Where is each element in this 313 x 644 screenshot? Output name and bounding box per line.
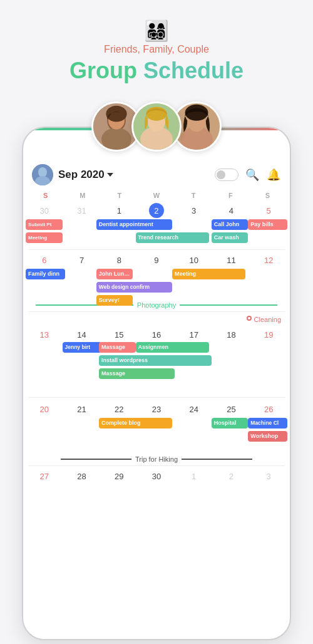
header-title: Group Schedule	[69, 58, 244, 84]
day-number: 28	[74, 469, 90, 484]
day-number: 4	[223, 203, 239, 218]
cleaning-label: Cleaning	[254, 316, 281, 323]
day-number: 27	[37, 469, 52, 484]
day-label-sat: S	[249, 190, 286, 200]
trip-event[interactable]: Trip for Hiking	[23, 452, 290, 464]
event-blog[interactable]: Complete blog	[99, 418, 172, 428]
day-number: 11	[223, 252, 239, 267]
day-number: 30	[37, 203, 52, 218]
day-cell[interactable]: 1	[175, 467, 213, 492]
search-icon[interactable]: 🔍	[245, 167, 260, 182]
group-avatars	[96, 101, 217, 152]
event-submit[interactable]: Submit Pt	[26, 219, 63, 230]
day-number: 29	[111, 469, 126, 484]
chevron-down-icon	[107, 173, 113, 177]
cleaning-event[interactable]: Cleaning	[23, 313, 290, 326]
month-selector[interactable]: Sep 2020	[58, 169, 113, 181]
day-number: 25	[223, 402, 239, 417]
event-john-lunch[interactable]: John Lunch	[96, 269, 133, 279]
event-webdesign[interactable]: Web design confirm	[96, 282, 172, 293]
week-1-events: Submit Pt Dentist appointment Call John …	[23, 219, 290, 246]
day-number: 20	[37, 402, 52, 417]
day-number-today: 2	[149, 203, 164, 218]
day-number: 14	[74, 327, 90, 342]
svg-point-14	[38, 167, 47, 177]
day-number: 13	[37, 327, 52, 342]
calendar: Sep 2020 🔍 🔔 S M T W T F S 30 31 1	[23, 128, 290, 506]
header-emoji: 👨‍👩‍👧‍👦	[69, 19, 244, 43]
week-separator	[28, 249, 285, 250]
week-2: 6 7 8 9 10 11 12 Family dinn John Lunch …	[23, 251, 290, 296]
day-number: 18	[223, 327, 239, 342]
event-car-wash[interactable]: Car wash	[212, 232, 249, 243]
header-subtitle: Friends, Family, Couple	[69, 44, 244, 55]
day-cell[interactable]: 27	[26, 467, 63, 492]
title-group: Group	[69, 58, 137, 83]
user-avatar[interactable]	[32, 164, 53, 185]
event-meeting[interactable]: Meeting	[26, 232, 63, 243]
trip-line-left	[61, 459, 131, 460]
cleaning-dot-icon	[247, 316, 252, 321]
week-4-events: Complete blog Hospital Machine Cl Worksh…	[23, 418, 290, 444]
trip-line-right	[182, 459, 252, 460]
week-separator-4	[28, 465, 285, 466]
toggle-switch[interactable]	[215, 169, 239, 181]
event-family[interactable]: Family dinn	[26, 269, 65, 279]
event-pay-bills[interactable]: Pay bills	[248, 219, 287, 230]
week-2-events: Family dinn John Lunch Meeting Web desig…	[23, 269, 290, 308]
week-3-events: Jenny birt Massage Assignmen Install wor…	[23, 342, 290, 382]
day-number: 12	[261, 252, 276, 267]
avatar-2[interactable]	[131, 101, 182, 152]
event-hospital[interactable]: Hospital	[212, 418, 249, 428]
svg-point-4	[106, 106, 126, 122]
day-number: 17	[187, 327, 202, 342]
day-label-thu: T	[175, 190, 212, 200]
week-separator-3	[28, 397, 285, 398]
day-labels: S M T W T F S	[23, 190, 290, 200]
event-wordpress[interactable]: Install wordpress	[99, 355, 212, 366]
week-5: 27 28 29 30 1 2 3	[23, 467, 290, 492]
day-cell[interactable]: 30	[138, 467, 175, 492]
day-number: 2	[223, 469, 239, 484]
bell-icon[interactable]: 🔔	[266, 167, 281, 182]
week-3: Cleaning 13 14 15 16 17 18 19 Jenny birt…	[23, 313, 290, 371]
day-number: 1	[187, 469, 202, 484]
day-number: 10	[187, 252, 202, 267]
day-cell[interactable]: 28	[63, 467, 101, 492]
event-dentist[interactable]: Dentist appointment	[96, 219, 172, 230]
day-number: 23	[149, 402, 164, 417]
app-header: 👨‍👩‍👧‍👦 Friends, Family, Couple Group Sc…	[69, 19, 244, 84]
event-massage1[interactable]: Massage	[99, 342, 136, 353]
day-number: 30	[149, 469, 164, 484]
day-label-mon: M	[64, 190, 101, 200]
toolbar-icons: 🔍 🔔	[215, 167, 281, 182]
day-number: 15	[111, 327, 126, 342]
day-number: 24	[187, 402, 202, 417]
event-assignment[interactable]: Assignmen	[136, 342, 209, 353]
day-number: 31	[74, 203, 90, 218]
day-number: 22	[111, 402, 126, 417]
day-number: 3	[187, 203, 202, 218]
phone-frame: Sep 2020 🔍 🔔 S M T W T F S 30 31 1	[22, 127, 291, 640]
day-cell[interactable]: 2	[213, 467, 250, 492]
day-number: 26	[261, 402, 276, 417]
week-5-dates: 27 28 29 30 1 2 3	[23, 467, 290, 492]
event-trend[interactable]: Trend research	[136, 232, 209, 243]
event-jenny[interactable]: Jenny birt	[63, 342, 102, 353]
event-workshop[interactable]: Workshop	[248, 431, 287, 442]
day-number: 3	[261, 469, 276, 484]
day-label-wed: W	[138, 190, 175, 200]
event-call-john[interactable]: Call John	[212, 219, 249, 230]
day-number: 9	[149, 252, 164, 267]
day-number: 7	[74, 252, 90, 267]
event-meeting2[interactable]: Meeting	[172, 269, 245, 279]
day-number: 6	[37, 252, 52, 267]
event-massage2[interactable]: Massage	[99, 368, 175, 379]
day-cell[interactable]: 3	[250, 467, 287, 492]
event-survey[interactable]: Survey!	[96, 295, 133, 306]
trip-label: Trip for Hiking	[135, 455, 178, 463]
event-machine[interactable]: Machine Cl	[248, 418, 287, 428]
day-cell[interactable]: 29	[100, 467, 138, 492]
week-separator-2	[28, 311, 285, 312]
day-label-tue: T	[101, 190, 138, 200]
